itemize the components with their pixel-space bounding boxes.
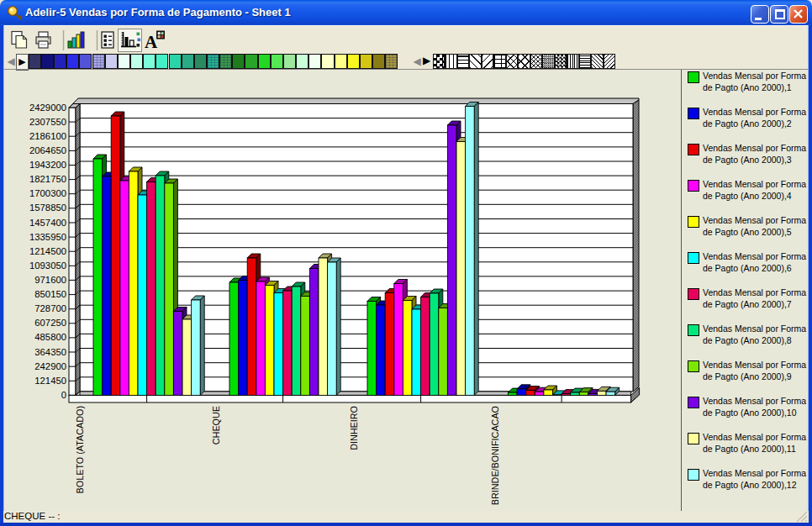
svg-text:A: A (145, 32, 158, 52)
svg-text:1457400: 1457400 (29, 218, 66, 228)
svg-text:1943200: 1943200 (29, 160, 66, 170)
svg-text:728700: 728700 (34, 303, 66, 313)
svg-text:CHEQUE: CHEQUE (211, 406, 221, 444)
svg-text:364350: 364350 (34, 347, 66, 357)
svg-text:485800: 485800 (34, 332, 66, 342)
svg-text:971600: 971600 (34, 275, 66, 285)
svg-text:1578850: 1578850 (29, 203, 66, 213)
svg-text:2186100: 2186100 (29, 131, 66, 141)
svg-text:1093050: 1093050 (29, 260, 66, 271)
svg-text:BOLETO (ATACADO): BOLETO (ATACADO) (75, 406, 85, 493)
svg-text:607250: 607250 (34, 318, 66, 328)
svg-text:121450: 121450 (34, 376, 66, 386)
svg-text:1700300: 1700300 (29, 188, 66, 198)
svg-text:0: 0 (61, 390, 66, 400)
svg-text:2064650: 2064650 (29, 145, 66, 155)
svg-text:BRINDE/BONIFICACAO: BRINDE/BONIFICACAO (490, 406, 500, 505)
svg-text:DINHEIRO: DINHEIRO (349, 406, 359, 450)
svg-text:850150: 850150 (34, 289, 66, 299)
svg-text:1214500: 1214500 (29, 246, 66, 256)
svg-text:1821750: 1821750 (29, 174, 66, 184)
svg-text:1335950: 1335950 (29, 232, 66, 242)
svg-text:2307550: 2307550 (29, 117, 66, 127)
svg-text:242900: 242900 (34, 361, 66, 371)
svg-text:2429000: 2429000 (29, 103, 66, 113)
